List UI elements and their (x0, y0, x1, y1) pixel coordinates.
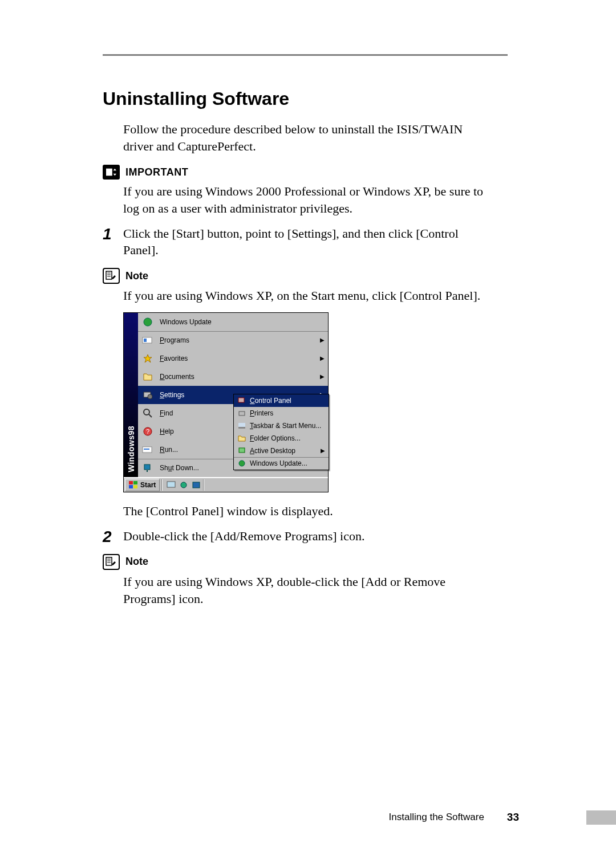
footer-chapter-title: Installing the Software (389, 812, 484, 823)
important-label: IMPORTANT (125, 166, 188, 178)
svg-rect-25 (129, 481, 133, 484)
document-page: Uninstalling Software Follow the procedu… (0, 0, 616, 868)
svg-rect-28 (133, 485, 137, 488)
svg-rect-0 (106, 169, 112, 176)
taskbar-divider (161, 479, 163, 491)
programs-icon (141, 334, 154, 347)
svg-rect-19 (238, 398, 244, 402)
step-1-number: 1 (103, 226, 123, 242)
note-icon (103, 268, 120, 284)
submenu-item-label: Active Desktop (250, 447, 321, 455)
favorites-icon (141, 352, 154, 365)
svg-rect-21 (238, 427, 245, 429)
menu-item-label: Favorites (160, 354, 320, 362)
svg-point-10 (148, 394, 152, 399)
svg-marker-8 (144, 354, 152, 362)
start-button[interactable]: Start (125, 479, 160, 491)
taskbar-divider (203, 479, 204, 491)
desktop-icon (237, 446, 246, 455)
svg-point-24 (239, 461, 245, 466)
svg-rect-16 (144, 449, 149, 450)
svg-rect-32 (106, 557, 112, 565)
submenu-item-label: Taskbar & Start Menu... (250, 422, 325, 430)
taskbar: Start (124, 477, 328, 492)
footer-page-number: 33 (507, 811, 519, 824)
note-2-text: If you are using Windows XP, double-clic… (123, 573, 488, 607)
svg-rect-27 (129, 485, 133, 488)
top-rule (103, 54, 508, 56)
submenu-item-windows-update[interactable]: Windows Update... (234, 457, 329, 470)
after-image-text: The [Control Panel] window is displayed. (123, 504, 548, 519)
submenu-item-control-panel[interactable]: Control Panel (234, 394, 329, 407)
windows-logo-icon (129, 481, 138, 489)
note-icon (103, 554, 120, 570)
note-2-label: Note (125, 556, 148, 568)
svg-rect-17 (144, 464, 150, 470)
note-2-header: Note (103, 554, 548, 570)
svg-rect-7 (144, 339, 147, 342)
quicklaunch-desktop-icon[interactable] (166, 480, 176, 490)
submenu-item-taskbar[interactable]: Taskbar & Start Menu... (234, 419, 329, 432)
note-1-label: Note (125, 270, 148, 282)
submenu-arrow-icon: ▶ (320, 337, 325, 343)
svg-rect-26 (133, 481, 137, 484)
submenu-arrow-icon: ▶ (321, 447, 325, 454)
svg-rect-31 (193, 482, 200, 488)
folder-icon (237, 434, 246, 443)
quick-launch-icons (166, 480, 201, 490)
important-text: If you are using Windows 2000 Profession… (123, 183, 488, 217)
step-1-text: Click the [Start] button, point to [Sett… (123, 225, 488, 259)
submenu-arrow-icon: ▶ (320, 355, 325, 361)
step-1: 1 Click the [Start] button, point to [Se… (103, 225, 548, 259)
settings-icon (141, 389, 154, 401)
important-icon (103, 165, 120, 180)
svg-point-5 (144, 318, 152, 326)
submenu-item-folder-options[interactable]: Folder Options... (234, 432, 329, 445)
shutdown-icon (141, 462, 154, 474)
svg-point-30 (181, 482, 187, 488)
quicklaunch-ie-icon[interactable] (179, 480, 189, 490)
printers-icon (237, 409, 246, 418)
svg-rect-29 (167, 482, 175, 487)
note-1-header: Note (103, 268, 548, 284)
taskbar-icon (237, 421, 246, 430)
run-icon (141, 443, 154, 456)
step-2-text: Double-click the [Add/Remove Programs] i… (123, 528, 364, 545)
globe-small-icon (237, 459, 246, 468)
submenu-arrow-icon: ▶ (320, 373, 325, 380)
menu-item-label: Windows Update (160, 318, 325, 326)
quicklaunch-outlook-icon[interactable] (191, 480, 201, 490)
startmenu-body: Windows98 Windows Update Programs ▶ Favo… (124, 313, 328, 477)
submenu-item-label: Windows Update... (250, 459, 325, 467)
page-heading: Uninstalling Software (103, 88, 548, 109)
page-footer: Installing the Software 33 (103, 811, 519, 824)
submenu-item-label: Control Panel (250, 397, 325, 405)
globe-icon (141, 316, 154, 328)
svg-text:?: ? (146, 428, 149, 435)
step-2: 2 Double-click the [Add/Remove Programs]… (103, 528, 548, 545)
svg-point-11 (144, 409, 149, 415)
svg-rect-20 (239, 411, 245, 415)
svg-rect-22 (238, 423, 245, 427)
important-callout-header: IMPORTANT (103, 165, 548, 180)
svg-rect-23 (239, 448, 245, 453)
menu-item-documents[interactable]: Documents ▶ (138, 368, 328, 386)
menu-item-label: Documents (160, 373, 320, 381)
help-icon: ? (141, 425, 154, 438)
submenu-item-label: Folder Options... (250, 434, 325, 442)
step-2-number: 2 (103, 529, 123, 545)
side-tab-marker (586, 810, 616, 825)
submenu-item-printers[interactable]: Printers (234, 407, 329, 419)
documents-icon (141, 370, 154, 383)
startmenu-screenshot: Windows98 Windows Update Programs ▶ Favo… (123, 312, 329, 492)
menu-item-favorites[interactable]: Favorites ▶ (138, 349, 328, 368)
menu-item-windows-update[interactable]: Windows Update (138, 313, 328, 331)
settings-submenu: Control Panel Printers Taskbar & Start M… (233, 394, 329, 470)
submenu-item-active-desktop[interactable]: Active Desktop ▶ (234, 445, 329, 457)
menu-item-programs[interactable]: Programs ▶ (138, 331, 328, 349)
svg-line-12 (149, 414, 152, 417)
intro-paragraph: Follow the procedure described below to … (123, 121, 477, 154)
note-1-text: If you are using Windows XP, on the Star… (123, 287, 488, 304)
start-button-label: Start (140, 481, 156, 489)
startmenu-side-label: Windows98 (127, 426, 136, 472)
